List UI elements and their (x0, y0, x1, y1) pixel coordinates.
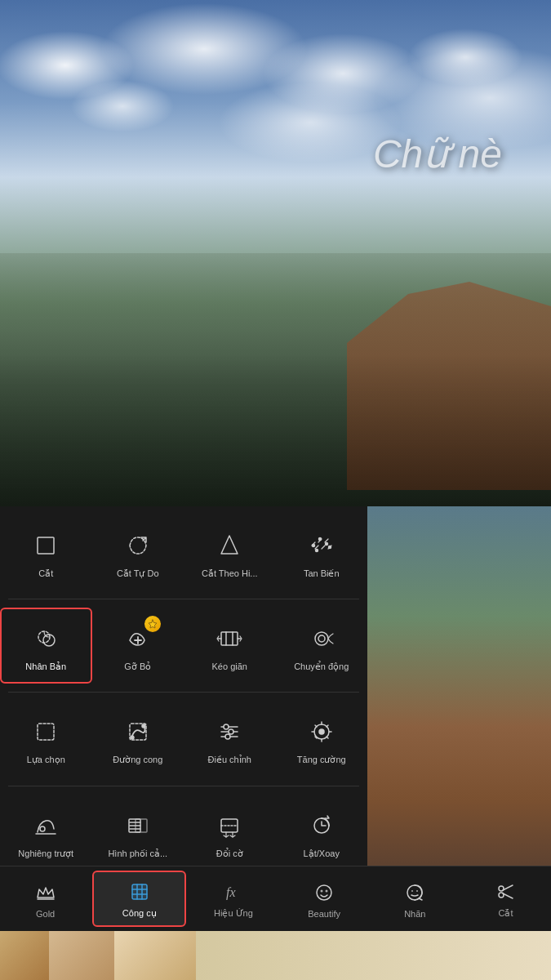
tool-adjust[interactable]: Điều chỉnh (184, 701, 276, 777)
svg-point-52 (411, 890, 413, 892)
tool-row-2: Nhân Bản Gỡ Bỏ (0, 599, 367, 692)
tool-crop[interactable]: Cắt (0, 514, 92, 590)
swap-icon (211, 808, 247, 844)
svg-point-5 (328, 546, 331, 549)
face-icon (311, 880, 337, 906)
tool-tilt-label: Nghiêng trượt (18, 849, 73, 859)
svg-line-57 (503, 893, 513, 898)
photo-canvas: Chữ nè (0, 0, 551, 506)
svg-point-12 (318, 635, 325, 642)
crown-icon (33, 880, 59, 906)
nav-gold-label: Gold (36, 909, 55, 919)
blend-icon (120, 808, 156, 844)
tool-swap[interactable]: Đổi cờ (184, 795, 276, 871)
clone-icon (28, 621, 64, 657)
flip-rotate-icon (304, 808, 340, 844)
svg-point-11 (315, 632, 328, 645)
svg-point-49 (321, 889, 323, 892)
svg-point-15 (131, 736, 134, 739)
tool-dissolve[interactable]: Tan Biến (276, 514, 368, 590)
tool-clone-label: Nhân Bản (25, 662, 66, 672)
photo-right-panel (367, 506, 551, 874)
svg-point-4 (315, 550, 318, 552)
ad-strip[interactable] (0, 931, 551, 980)
svg-rect-0 (38, 537, 54, 554)
svg-rect-13 (38, 724, 54, 740)
nav-beautify-label: Beautify (308, 909, 340, 919)
nav-nhan[interactable]: Nhãn (370, 873, 460, 925)
adjust-icon (211, 714, 247, 750)
nav-beautify[interactable]: Beautify (279, 873, 370, 925)
stretch-icon (211, 621, 247, 657)
tool-motion-label: Chuyển động (294, 662, 349, 672)
tool-shape-crop[interactable]: Cắt Theo Hi... (184, 514, 276, 590)
freehand-crop-icon (120, 528, 156, 564)
nav-nhan-label: Nhãn (404, 909, 425, 919)
tool-swap-label: Đổi cờ (216, 849, 243, 859)
svg-point-48 (317, 885, 331, 900)
nav-gold[interactable]: Gold (0, 873, 91, 925)
tool-row-3: Lựa chọn Đường cong (0, 693, 367, 785)
svg-line-31 (327, 725, 328, 727)
tool-shape-crop-label: Cắt Theo Hi... (202, 568, 258, 579)
tool-row-1: Cắt Cắt Tự Do Cắt Theo Hi... (0, 506, 367, 599)
tool-row-4: Nghiêng trượt Hình phối cả... (0, 786, 367, 879)
tool-adjust-label: Điều chỉnh (208, 755, 251, 765)
svg-point-16 (142, 724, 145, 728)
svg-point-21 (229, 729, 233, 734)
tool-flip-rotate-label: Lật/Xoay (304, 849, 340, 859)
svg-point-22 (225, 734, 230, 739)
scissors-icon (492, 879, 518, 905)
curve-icon (120, 714, 156, 750)
tool-curve[interactable]: Đường cong (92, 701, 184, 777)
nav-cong-cu-label: Công cụ (122, 908, 157, 919)
tool-flip-rotate[interactable]: Lật/Xoay (276, 795, 368, 871)
svg-point-3 (325, 543, 327, 546)
tool-dissolve-label: Tan Biến (304, 568, 340, 579)
svg-point-33 (40, 826, 45, 831)
tool-motion[interactable]: Chuyển động (276, 608, 368, 684)
gold-badge (144, 616, 161, 632)
photo-text-overlay: Chữ nè (373, 131, 502, 176)
svg-text:fx: fx (226, 885, 236, 900)
tool-tilt[interactable]: Nghiêng trượt (0, 795, 92, 871)
svg-point-53 (416, 890, 418, 892)
tool-enhance[interactable]: Tăng cường (276, 701, 368, 777)
tool-curve-label: Đường cong (113, 755, 162, 765)
tool-blend-label: Hình phối cả... (108, 849, 167, 859)
nav-cat-label: Cắt (498, 908, 513, 919)
tilt-icon (28, 808, 64, 844)
tool-blend[interactable]: Hình phối cả... (92, 795, 184, 871)
nav-hieu-ung-label: Hiệu Ứng (214, 908, 253, 919)
nav-cong-cu[interactable]: Công cụ (92, 871, 186, 927)
tool-enhance-label: Tăng cường (297, 755, 346, 765)
tool-freehand-crop-label: Cắt Tự Do (117, 568, 159, 579)
crop-tool-icon (127, 879, 153, 905)
motion-icon (304, 621, 340, 657)
remove-icon (120, 621, 156, 657)
svg-line-56 (503, 885, 513, 890)
shape-crop-icon (211, 528, 247, 564)
tool-stretch[interactable]: Kéo giãn (184, 608, 276, 684)
nav-hieu-ung[interactable]: fx Hiệu Ứng (188, 872, 278, 925)
tool-clone[interactable]: Nhân Bản (0, 608, 92, 684)
svg-rect-42 (132, 884, 147, 899)
svg-point-7 (43, 635, 55, 646)
fx-icon: fx (220, 879, 247, 905)
svg-point-50 (326, 889, 328, 892)
nav-cat[interactable]: Cắt (460, 872, 551, 925)
photo-gradient (0, 354, 551, 506)
tool-freehand-crop[interactable]: Cắt Tự Do (92, 514, 184, 590)
svg-point-1 (312, 545, 314, 547)
bottom-nav: Gold Công cụ fx Hiệu Ứng (0, 866, 551, 931)
dissolve-icon (304, 528, 340, 564)
tool-select[interactable]: Lựa chọn (0, 701, 92, 777)
tool-remove[interactable]: Gỡ Bỏ (92, 608, 184, 684)
svg-line-29 (315, 725, 317, 727)
svg-point-20 (224, 724, 229, 729)
tool-remove-label: Gỡ Bỏ (124, 662, 151, 672)
svg-point-24 (319, 729, 324, 734)
svg-line-30 (327, 737, 328, 738)
svg-point-2 (318, 538, 321, 541)
tool-crop-label: Cắt (38, 568, 53, 579)
